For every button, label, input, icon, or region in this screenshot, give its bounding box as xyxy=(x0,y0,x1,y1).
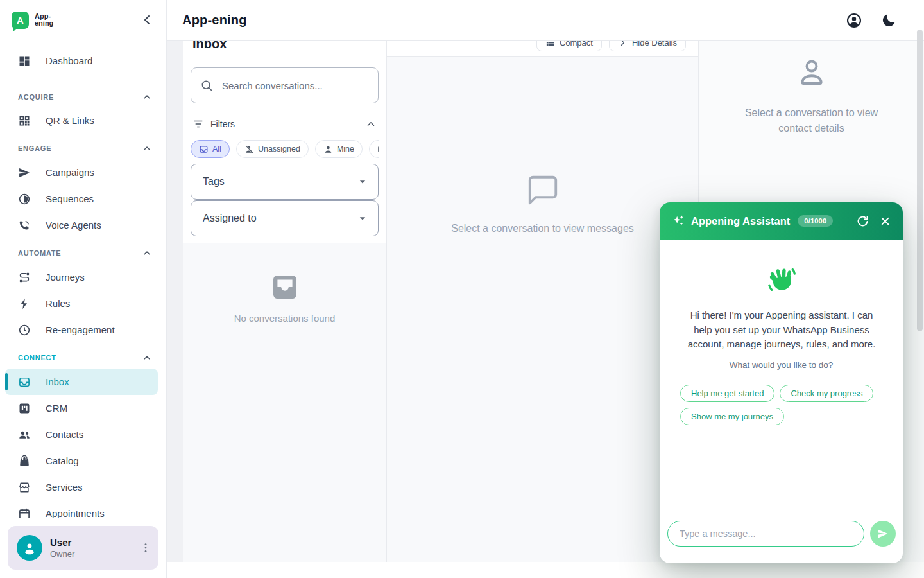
brand-name-line2: ening xyxy=(35,20,53,27)
brand-logo: A xyxy=(12,12,29,29)
chevron-up-icon xyxy=(142,143,152,153)
refresh-icon[interactable] xyxy=(857,215,869,227)
conversation-filter-chips: All Unassigned Mine Unread xyxy=(191,140,379,158)
sidebar-nav: Dashboard ACQUIRE QR & Links ENGAGE xyxy=(0,41,166,518)
suggestion-check-progress[interactable]: Check my progress xyxy=(780,385,873,402)
send-icon xyxy=(18,166,31,179)
shopping-bag-icon xyxy=(18,455,31,468)
waving-hand-icon xyxy=(766,265,797,296)
chip-mine-label: Mine xyxy=(337,144,354,153)
details-empty-line1: Select a conversation to view xyxy=(745,105,878,121)
sidebar-collapse-icon[interactable] xyxy=(139,12,155,28)
sidebar-item-dashboard[interactable]: Dashboard xyxy=(0,46,166,75)
chip-all-label: All xyxy=(212,144,221,153)
sidebar-item-services[interactable]: Services xyxy=(0,474,166,500)
account-circle-icon[interactable] xyxy=(846,12,862,29)
sparkles-icon xyxy=(671,214,685,228)
conversation-list-empty-state: No conversations found xyxy=(183,243,386,324)
bolt-icon xyxy=(18,297,31,310)
vertical-scrollbar[interactable] xyxy=(917,30,923,331)
sidebar-item-campaigns[interactable]: Campaigns xyxy=(0,159,166,186)
tags-select[interactable]: Tags xyxy=(191,164,379,200)
sidebar-item-label: Contacts xyxy=(46,429,83,440)
sidebar-item-catalog[interactable]: Catalog xyxy=(0,448,166,474)
sidebar-item-label: Services xyxy=(46,482,83,493)
user-card[interactable]: User Owner xyxy=(8,526,158,570)
sidebar-item-label: Journeys xyxy=(46,272,85,283)
tags-select-label: Tags xyxy=(203,176,225,188)
close-icon[interactable] xyxy=(879,215,891,227)
section-engage[interactable]: ENGAGE xyxy=(0,141,166,156)
sidebar-footer: User Owner xyxy=(0,518,166,578)
section-automate[interactable]: AUTOMATE xyxy=(0,245,166,261)
search-conversations-box[interactable] xyxy=(191,67,379,103)
phone-talk-icon xyxy=(18,219,31,232)
top-header: App-ening xyxy=(167,0,924,41)
suggestion-show-journeys[interactable]: Show me my journeys xyxy=(680,408,784,425)
section-label: CONNECT xyxy=(18,354,56,362)
section-label: AUTOMATE xyxy=(18,249,61,257)
assistant-body: Hi there! I'm your Appening assistant. I… xyxy=(660,240,903,513)
kebab-menu-icon[interactable] xyxy=(139,541,152,554)
filter-lines-icon xyxy=(193,118,204,130)
storefront-icon xyxy=(18,481,31,494)
assistant-greeting: Hi there! I'm your Appening assistant. I… xyxy=(680,308,883,352)
section-connect[interactable]: CONNECT xyxy=(0,350,166,365)
chip-unassigned[interactable]: Unassigned xyxy=(236,140,309,158)
chip-mine[interactable]: Mine xyxy=(315,140,363,158)
chevron-up-icon xyxy=(142,92,152,102)
brand-name: App- ening xyxy=(35,13,53,27)
sidebar-divider xyxy=(0,82,166,82)
person-icon xyxy=(323,144,333,154)
sidebar-item-label: Re-engagement xyxy=(46,324,115,335)
chip-unread[interactable]: Unread xyxy=(369,140,379,158)
sidebar-item-label: Dashboard xyxy=(46,55,92,66)
dark-mode-moon-icon[interactable] xyxy=(880,12,897,29)
chip-all[interactable]: All xyxy=(191,140,230,158)
assistant-header: Appening Assistant 0/1000 xyxy=(660,202,903,240)
search-conversations-input[interactable] xyxy=(222,80,369,91)
wave-hand-wrap xyxy=(680,265,882,296)
chevron-up-icon[interactable] xyxy=(365,118,377,130)
person-icon xyxy=(22,540,37,556)
assistant-suggestions: Help me get started Check my progress Sh… xyxy=(680,385,882,425)
mail-unread-icon xyxy=(377,144,379,154)
details-empty-text: Select a conversation to view contact de… xyxy=(745,105,878,136)
section-acquire[interactable]: ACQUIRE xyxy=(0,89,166,105)
sidebar-item-qr-links[interactable]: QR & Links xyxy=(0,107,166,134)
sidebar-item-contacts[interactable]: Contacts xyxy=(0,421,166,448)
people-icon xyxy=(18,428,31,441)
brand-logo-letter: A xyxy=(17,15,24,26)
no-conversations-text: No conversations found xyxy=(234,313,336,324)
assistant-message-input[interactable] xyxy=(667,521,864,547)
header-actions xyxy=(846,12,897,29)
sidebar-item-sequences[interactable]: Sequences xyxy=(0,186,166,212)
assigned-to-select[interactable]: Assigned to xyxy=(191,200,379,236)
inbox-filter-section: Inbox Filters All Unassigned xyxy=(183,31,386,243)
assistant-footer xyxy=(660,513,903,563)
sidebar-item-rules[interactable]: Rules xyxy=(0,290,166,317)
user-avatar xyxy=(17,535,42,561)
clock-icon xyxy=(18,324,31,337)
sidebar-item-inbox[interactable]: Inbox xyxy=(5,369,158,395)
sidebar-item-appointments[interactable]: Appointments xyxy=(0,500,166,518)
sidebar-item-re-engagement[interactable]: Re-engagement xyxy=(0,317,166,343)
inbox-icon xyxy=(199,144,209,154)
filters-header[interactable]: Filters xyxy=(191,116,379,132)
kanban-icon xyxy=(18,402,31,415)
details-empty-line2: contact details xyxy=(745,121,878,136)
sidebar-item-crm[interactable]: CRM xyxy=(0,395,166,421)
search-icon xyxy=(200,79,213,92)
chevron-up-icon xyxy=(142,353,152,363)
sidebar-item-label: QR & Links xyxy=(46,115,94,126)
filters-label: Filters xyxy=(210,119,235,129)
sidebar-item-journeys[interactable]: Journeys xyxy=(0,264,166,290)
send-message-button[interactable] xyxy=(870,521,896,547)
chevron-up-icon xyxy=(142,248,152,258)
chat-bubble-icon xyxy=(526,173,560,207)
suggestion-help-get-started[interactable]: Help me get started xyxy=(680,385,774,402)
chip-unassigned-label: Unassigned xyxy=(258,144,300,153)
sidebar-item-label: Sequences xyxy=(46,193,94,204)
section-label: ENGAGE xyxy=(18,144,51,152)
sidebar-item-voice-agents[interactable]: Voice Agents xyxy=(0,212,166,238)
